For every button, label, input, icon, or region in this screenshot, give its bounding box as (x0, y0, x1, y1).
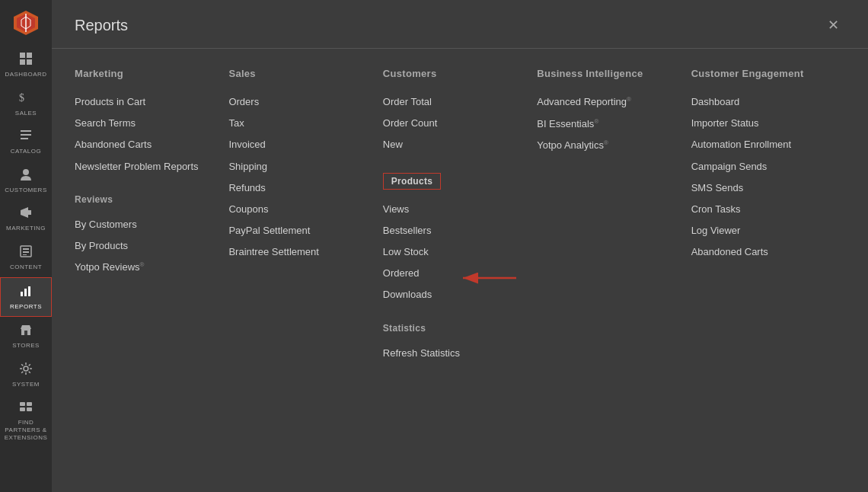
marketing-icon (19, 206, 33, 222)
column-title-sales: Sales (228, 68, 367, 79)
menu-link-shipping[interactable]: Shipping (228, 156, 367, 177)
system-icon (19, 362, 33, 378)
menu-link-tax[interactable]: Tax (228, 113, 367, 134)
menu-link-newsletter-problem-reports[interactable]: Newsletter Problem Reports (75, 156, 213, 177)
reports-content: MarketingProducts in CartSearch TermsAba… (52, 49, 868, 492)
reports-panel: Reports ✕ MarketingProducts in CartSearc… (52, 0, 868, 492)
sidebar-item-catalog[interactable]: CATALOG (0, 123, 52, 161)
column-sales: SalesOrdersTaxInvoicedShippingRefundsCou… (228, 68, 382, 476)
column-title-business-intelligence: Business Intelligence (537, 68, 675, 79)
column-marketing: MarketingProducts in CartSearch TermsAba… (75, 68, 228, 476)
dashboard-icon (19, 52, 33, 68)
sidebar-item-label-catalog: CATALOG (11, 148, 42, 155)
menu-link-log-viewer[interactable]: Log Viewer (691, 220, 830, 241)
menu-link-downloads[interactable]: Downloads (383, 284, 522, 305)
sidebar-item-label-customers: CUSTOMERS (5, 187, 46, 194)
sidebar: DASHBOARD$SALESCATALOGCUSTOMERSMARKETING… (0, 0, 52, 492)
svg-rect-13 (28, 210, 31, 215)
menu-link-importer-status[interactable]: Importer Status (691, 113, 830, 134)
sidebar-item-marketing[interactable]: MARKETING (0, 200, 52, 238)
sidebar-item-label-marketing: MARKETING (6, 225, 46, 232)
section-subtitle-statistics: Statistics (383, 323, 522, 334)
svg-point-12 (23, 169, 29, 175)
content-icon (19, 244, 33, 260)
menu-link-abandoned-carts[interactable]: Abandoned Carts (75, 134, 213, 155)
sales-icon: $ (19, 91, 33, 107)
catalog-icon (19, 129, 33, 145)
sidebar-item-label-stores: STORES (12, 342, 40, 350)
svg-rect-16 (23, 251, 29, 253)
column-customer-engagement: Customer EngagementDashboardImporter Sta… (691, 68, 845, 476)
menu-link-by-customers[interactable]: By Customers (75, 214, 213, 235)
magento-logo[interactable] (11, 8, 41, 38)
column-title-customers: Customers (383, 68, 522, 79)
svg-rect-17 (23, 254, 27, 255)
menu-link-coupons[interactable]: Coupons (228, 199, 367, 220)
column-title-customer-engagement: Customer Engagement (691, 68, 830, 79)
sidebar-item-system[interactable]: SYSTEM (0, 356, 52, 395)
menu-link-invoiced[interactable]: Invoiced (228, 134, 367, 155)
svg-point-23 (24, 366, 28, 371)
svg-rect-19 (24, 289, 27, 296)
sidebar-item-label-system: SYSTEM (12, 381, 40, 388)
menu-link-bi-essentials[interactable]: BI Essentials® (537, 113, 675, 136)
sidebar-item-stores[interactable]: STORES (0, 317, 52, 356)
sidebar-item-find-partners[interactable]: FIND PARTNERS & EXTENSIONS (0, 394, 52, 447)
svg-rect-6 (20, 59, 25, 65)
svg-rect-20 (28, 286, 30, 296)
sidebar-item-label-find-partners: FIND PARTNERS & EXTENSIONS (3, 419, 49, 441)
menu-link-campaign-sends[interactable]: Campaign Sends (691, 156, 830, 177)
menu-link-automation-enrollment[interactable]: Automation Enrollment (691, 134, 830, 155)
menu-link-low-stock[interactable]: Low Stock (383, 241, 522, 263)
menu-link-yotpo-reviews[interactable]: Yotpo Reviews® (75, 257, 213, 279)
stores-icon (19, 323, 33, 339)
svg-rect-18 (21, 292, 23, 296)
close-button[interactable]: ✕ (822, 14, 845, 37)
sidebar-item-content[interactable]: CONTENT (0, 238, 52, 277)
menu-link-views[interactable]: Views (383, 199, 522, 220)
sidebar-item-sales[interactable]: $SALES (0, 85, 52, 123)
menu-link-yotpo-analytics[interactable]: Yotpo Analytics® (537, 135, 675, 157)
menu-link-order-count[interactable]: Order Count (383, 113, 522, 134)
menu-link-by-products[interactable]: By Products (75, 235, 213, 257)
menu-link-refunds[interactable]: Refunds (228, 177, 367, 199)
menu-link-braintree-settlement[interactable]: Braintree Settlement (228, 241, 367, 263)
menu-link-ce-abandoned-carts[interactable]: Abandoned Carts (691, 241, 830, 263)
menu-link-bestsellers[interactable]: Bestsellers (383, 220, 522, 241)
svg-rect-26 (20, 407, 25, 411)
menu-link-search-terms[interactable]: Search Terms (75, 113, 213, 134)
svg-rect-15 (23, 248, 29, 250)
column-title-marketing: Marketing (75, 68, 213, 79)
reports-icon (19, 284, 33, 300)
menu-link-refresh-statistics[interactable]: Refresh Statistics (383, 343, 522, 364)
menu-link-advanced-reporting[interactable]: Advanced Reporting® (537, 91, 675, 113)
main-content: Reports ✕ MarketingProducts in CartSearc… (52, 0, 868, 492)
sidebar-item-label-dashboard: DASHBOARD (5, 71, 46, 78)
sidebar-item-dashboard[interactable]: DASHBOARD (0, 46, 52, 85)
sidebar-item-label-reports: REPORTS (10, 303, 42, 311)
menu-link-new[interactable]: New (383, 134, 522, 155)
svg-rect-27 (27, 407, 32, 411)
svg-rect-7 (27, 59, 32, 65)
svg-rect-11 (21, 138, 28, 139)
menu-link-order-total[interactable]: Order Total (383, 91, 522, 113)
sidebar-item-customers[interactable]: CUSTOMERS (0, 161, 52, 200)
menu-link-ce-dashboard[interactable]: Dashboard (691, 91, 830, 113)
menu-link-sms-sends[interactable]: SMS Sends (691, 177, 830, 199)
svg-rect-24 (20, 402, 25, 406)
menu-link-paypal-settlement[interactable]: PayPal Settlement (228, 220, 367, 241)
svg-rect-4 (20, 53, 25, 58)
column-customers: CustomersOrder TotalOrder CountNewProduc… (383, 68, 537, 476)
sidebar-item-label-content: CONTENT (10, 264, 42, 271)
svg-rect-25 (27, 402, 32, 406)
section-subtitle-reviews: Reviews (75, 194, 213, 205)
reports-panel-title: Reports (75, 17, 128, 34)
menu-link-ordered[interactable]: Ordered (383, 263, 522, 284)
menu-link-cron-tasks[interactable]: Cron Tasks (691, 199, 830, 220)
sidebar-item-label-sales: SALES (15, 110, 37, 117)
menu-link-orders[interactable]: Orders (228, 91, 367, 113)
find-partners-icon (19, 400, 33, 416)
sidebar-item-reports[interactable]: REPORTS (0, 277, 52, 318)
menu-link-products-in-cart[interactable]: Products in Cart (75, 91, 213, 113)
svg-text:$: $ (19, 92, 25, 104)
